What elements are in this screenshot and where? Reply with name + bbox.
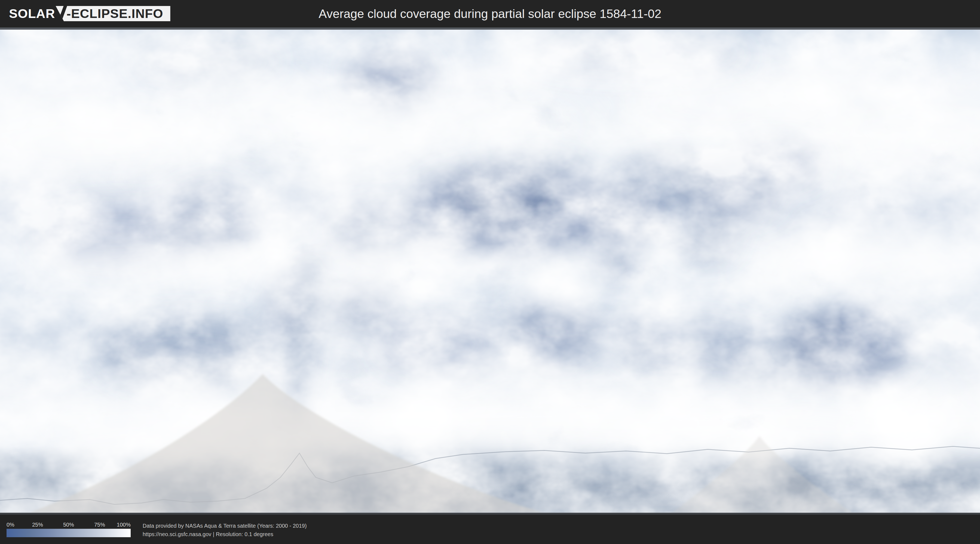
legend-tick-100: 100% bbox=[117, 521, 130, 528]
legend-tick-labels: 0% 25% 50% 75% 100% bbox=[6, 521, 130, 528]
legend-tick-75: 75% bbox=[94, 521, 105, 528]
world-cloud-map-svg bbox=[0, 30, 980, 513]
legend-tick-25: 25% bbox=[32, 521, 43, 528]
logo-box: - ECLIPSE.INFO bbox=[56, 6, 170, 21]
footer-bar: 0% 25% 50% 75% 100% Data provided by NAS… bbox=[0, 515, 980, 544]
header-bar: SOLAR - ECLIPSE.INFO Average cloud cover… bbox=[0, 0, 980, 27]
attribution-line-1: Data provided by NASAs Aqua & Terra sate… bbox=[143, 522, 307, 530]
logo-separator: - bbox=[67, 6, 71, 21]
cloud-coverage-map bbox=[0, 27, 980, 515]
logo-text-eclipse-info: ECLIPSE.INFO bbox=[71, 6, 163, 21]
page-title: Average cloud coverage during partial so… bbox=[318, 7, 661, 21]
legend-gradient-bar bbox=[6, 529, 130, 537]
data-attribution: Data provided by NASAs Aqua & Terra sate… bbox=[143, 522, 307, 539]
legend-tick-0: 0% bbox=[6, 521, 14, 528]
site-logo[interactable]: SOLAR - ECLIPSE.INFO bbox=[9, 6, 170, 21]
attribution-line-2: https://neo.sci.gsfc.nasa.gov | Resoluti… bbox=[143, 530, 307, 539]
map-fine-grain bbox=[0, 30, 980, 513]
logo-text-solar: SOLAR bbox=[9, 6, 55, 21]
cloud-coverage-legend: 0% 25% 50% 75% 100% bbox=[6, 521, 130, 537]
legend-tick-50: 50% bbox=[63, 521, 74, 528]
logo-slash-icon bbox=[57, 4, 67, 24]
